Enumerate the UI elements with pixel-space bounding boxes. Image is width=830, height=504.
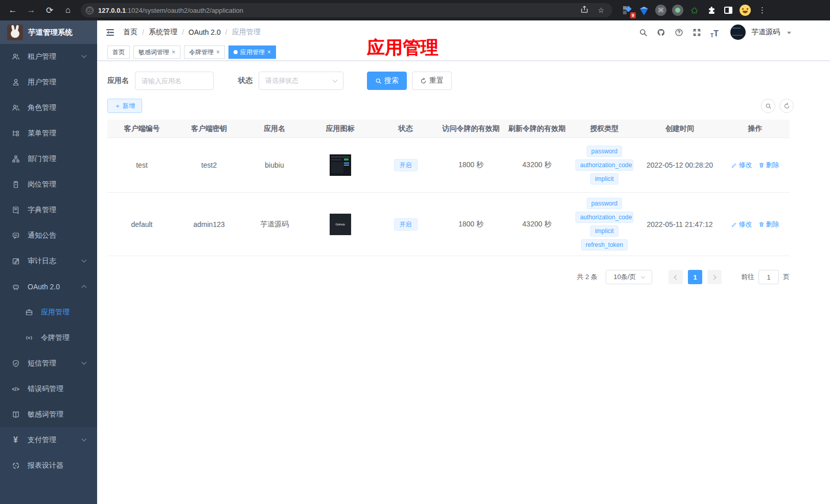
- search-button[interactable]: 搜索: [367, 72, 407, 90]
- sidebar-item-payment[interactable]: ¥ 支付管理: [0, 427, 97, 453]
- breadcrumb-system[interactable]: 系统管理: [149, 28, 177, 37]
- sidebar-item-label: 敏感词管理: [28, 410, 63, 419]
- command-extension-icon[interactable]: ⌘: [654, 4, 667, 17]
- close-icon[interactable]: ×: [216, 49, 220, 56]
- app-logo-row[interactable]: 芋道管理系统: [0, 20, 97, 44]
- sidebar-item-menu[interactable]: 菜单管理: [0, 121, 97, 146]
- close-icon[interactable]: ×: [172, 49, 175, 56]
- sidebar-item-oauth-application[interactable]: 应用管理: [0, 300, 97, 325]
- font-size-icon[interactable]: TT: [708, 26, 721, 38]
- browser-home-button[interactable]: ⌂: [59, 3, 77, 18]
- tab-token[interactable]: 令牌管理 ×: [184, 45, 225, 59]
- sidebar-item-notice[interactable]: 通知公告: [0, 223, 97, 248]
- gem-extension-icon[interactable]: [637, 4, 651, 17]
- badge-icon: [11, 180, 20, 189]
- extensions-puzzle-icon[interactable]: [705, 4, 718, 17]
- sidebar-collapse-icon[interactable]: [105, 28, 115, 37]
- sidebar-item-dict[interactable]: 字典管理: [0, 197, 97, 223]
- profile-avatar-icon[interactable]: [739, 4, 752, 17]
- sidebar-item-label: 部门管理: [28, 154, 56, 164]
- sidebar-item-tenant[interactable]: 租户管理: [0, 44, 97, 70]
- site-info-icon[interactable]: ⓘ: [86, 7, 94, 14]
- add-button[interactable]: ＋ 新增: [107, 99, 142, 113]
- user-avatar[interactable]: [730, 25, 746, 40]
- menu-tree-icon: [11, 129, 20, 138]
- github-icon[interactable]: [655, 26, 667, 38]
- edit-link[interactable]: 修改: [731, 161, 752, 170]
- status-badge: 开启: [394, 159, 418, 171]
- chevron-down-icon: [333, 78, 338, 83]
- sidebar-item-oauth-token[interactable]: 令牌管理: [0, 325, 97, 351]
- edit-link[interactable]: 修改: [731, 220, 752, 229]
- close-icon[interactable]: ×: [267, 49, 271, 56]
- segmented-circle-icon: [11, 462, 20, 470]
- sidebar-item-role[interactable]: 角色管理: [0, 95, 97, 121]
- app-name-cell: 芋道源码: [242, 220, 307, 229]
- applications-table: 客户端编号 客户端密钥 应用名 应用图标 状态 访问令牌的有效期 刷新令牌的有效…: [107, 120, 790, 256]
- caret-down-icon[interactable]: [787, 32, 791, 34]
- chevron-up-icon: [82, 285, 87, 290]
- tab-application[interactable]: 应用管理 ×: [228, 45, 276, 59]
- sidebar-item-label: 报表设计器: [28, 461, 63, 470]
- help-icon[interactable]: [673, 26, 685, 38]
- star-extension-icon[interactable]: ✩: [688, 4, 701, 17]
- bookmark-star-icon[interactable]: ☆: [595, 6, 607, 14]
- browser-forward-button[interactable]: →: [22, 3, 40, 18]
- sidebar-item-dept[interactable]: 部门管理: [0, 146, 97, 172]
- delete-link[interactable]: 删除: [758, 161, 779, 170]
- table-header-row: 客户端编号 客户端密钥 应用名 应用图标 状态 访问令牌的有效期 刷新令牌的有效…: [107, 120, 790, 138]
- goto-page-input[interactable]: [758, 270, 779, 284]
- sidebar-item-report-designer[interactable]: 报表设计器: [0, 453, 97, 478]
- secret-cell: admin123: [176, 220, 242, 228]
- users-icon: [11, 53, 20, 61]
- breadcrumb-oauth[interactable]: OAuth 2.0: [189, 28, 221, 36]
- share-icon[interactable]: [578, 6, 590, 15]
- next-page-button[interactable]: [707, 270, 722, 284]
- sidebar-item-sms[interactable]: 短信管理: [0, 351, 97, 376]
- app-name-input[interactable]: [135, 72, 214, 90]
- sidebar-item-oauth2[interactable]: OAuth 2.0: [0, 274, 97, 300]
- app-title: 芋道管理系统: [28, 28, 73, 37]
- search-icon[interactable]: [637, 26, 649, 38]
- sidebar-item-label: 错误码管理: [28, 384, 63, 394]
- grant-tag: authorization_code: [575, 159, 633, 171]
- pagination: 共 2 条 10条/页 1 前往 页: [107, 270, 790, 284]
- browser-reload-button[interactable]: ⟳: [41, 3, 58, 18]
- top-navbar: 首页 / 系统管理 / OAuth 2.0 / 应用管理 TT 芋道源码: [97, 20, 830, 44]
- grant-types: password authorization_code implicit: [575, 146, 633, 185]
- browser-menu-icon[interactable]: ⋮: [758, 6, 766, 15]
- page-size-select[interactable]: 10条/页: [606, 270, 652, 284]
- tab-sensitive-word[interactable]: 敏感词管理 ×: [133, 45, 180, 59]
- sidebar-item-label: 应用管理: [41, 308, 70, 317]
- created-cell: 2022-05-11 21:47:12: [639, 220, 721, 228]
- sidebar-item-post[interactable]: 岗位管理: [0, 172, 97, 197]
- breadcrumb-home[interactable]: 首页: [123, 28, 137, 37]
- refresh-icon: [420, 78, 427, 84]
- refresh-table-button[interactable]: [779, 99, 794, 113]
- chevron-down-icon: [640, 274, 644, 278]
- system-submenu-section: 租户管理 用户管理 角色管理 菜单管理 部门管理 岗位管理: [0, 44, 97, 427]
- org-chart-icon: [11, 155, 20, 164]
- status-select[interactable]: 请选择状态: [259, 72, 343, 90]
- search-icon: [375, 78, 382, 84]
- prev-page-button[interactable]: [668, 270, 683, 284]
- sidebar-item-sensitive-word[interactable]: 敏感词管理: [0, 402, 97, 427]
- sidebar-item-user[interactable]: 用户管理: [0, 70, 97, 95]
- grant-tag: refresh_token: [581, 239, 628, 250]
- tampermonkey-extension-icon[interactable]: 9: [620, 4, 634, 17]
- side-panel-icon[interactable]: [722, 4, 735, 17]
- refresh-token-validity-cell: 43200 秒: [504, 161, 570, 170]
- delete-link[interactable]: 删除: [758, 220, 779, 229]
- broadcast-icon: [25, 334, 33, 342]
- address-bar[interactable]: ⓘ 127.0.0.1:1024/system/oauth2/oauth2/ap…: [81, 3, 612, 17]
- sidebar-item-audit-log[interactable]: 审计日志: [0, 248, 97, 274]
- extension-tray: 9 ⌘ ✩ ⋮: [620, 4, 766, 17]
- browser-back-button[interactable]: ←: [4, 3, 21, 18]
- recorder-extension-icon[interactable]: [671, 4, 684, 17]
- reset-button[interactable]: 重置: [412, 72, 452, 90]
- show-search-toggle-button[interactable]: [761, 99, 775, 113]
- tab-home[interactable]: 首页: [107, 45, 130, 59]
- page-number-1[interactable]: 1: [688, 270, 702, 284]
- sidebar-item-error-code[interactable]: </> 错误码管理: [0, 376, 97, 402]
- fullscreen-icon[interactable]: [690, 26, 703, 38]
